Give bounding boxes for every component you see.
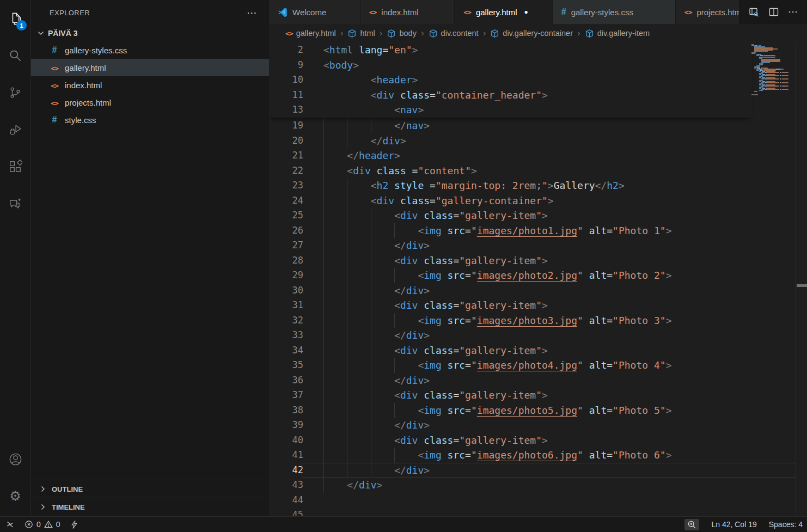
code-line[interactable]: 32 <img src="images/photo3.jpg" alt="Pho… <box>269 313 751 328</box>
line-number[interactable]: 28 <box>269 253 303 268</box>
more-actions-icon[interactable]: ⋯ <box>788 6 798 18</box>
code-line[interactable]: 34 <div class="gallery-item"> <box>269 343 751 358</box>
more-actions-icon[interactable]: ⋯ <box>247 7 258 19</box>
sticky-line[interactable]: 13 <nav> <box>269 102 751 118</box>
indentation-setting[interactable]: Spaces: 4 <box>769 520 803 529</box>
code-lines[interactable]: 19 </nav>20 </div>21 </header>22 <div cl… <box>269 118 751 516</box>
line-number[interactable]: 21 <box>269 148 303 163</box>
breadcrumb-item-body[interactable]: body <box>387 29 416 38</box>
code-line[interactable]: 43 </div> <box>269 478 751 493</box>
line-number[interactable]: 27 <box>269 238 303 253</box>
line-number[interactable]: 42 <box>269 463 303 478</box>
line-number[interactable]: 32 <box>269 313 303 328</box>
breadcrumb-item-div-gallery-container[interactable]: div.gallery-container <box>490 29 573 38</box>
line-number[interactable]: 13 <box>269 102 303 118</box>
code-line[interactable]: 42 </div> <box>269 463 751 478</box>
code-line[interactable]: 20 </div> <box>269 133 751 149</box>
code-line[interactable]: 29 <img src="images/photo2.jpg" alt="Pho… <box>269 268 751 283</box>
code-line[interactable]: 25 <div class="gallery-item"> <box>269 208 751 223</box>
line-number[interactable]: 22 <box>269 163 303 179</box>
line-number[interactable]: 34 <box>269 343 303 358</box>
file-item-projects-html[interactable]: <>projects.html <box>31 94 269 111</box>
run-debug-activity-item[interactable] <box>0 111 30 148</box>
code-line[interactable]: 31 <div class="gallery-item"> <box>269 298 751 313</box>
line-number[interactable]: 20 <box>269 133 303 149</box>
breadcrumb-item-gallery-html[interactable]: <>gallery.html <box>285 29 336 38</box>
line-number[interactable]: 37 <box>269 388 303 403</box>
line-number[interactable]: 10 <box>269 72 303 88</box>
minimap[interactable] <box>751 44 796 516</box>
tab-gallery-html[interactable]: <>gallery.html● <box>455 0 553 24</box>
tab-Welcome[interactable]: Welcome <box>269 0 360 24</box>
code-line[interactable]: 38 <img src="images/photo5.jpg" alt="Pho… <box>269 403 751 418</box>
folder-section-paiva-3[interactable]: PÄIVÄ 3 <box>31 25 269 41</box>
line-number[interactable]: 11 <box>269 88 303 103</box>
breadcrumb-item-div-gallery-item[interactable]: div.gallery-item <box>585 29 650 38</box>
extensions-activity-item[interactable] <box>0 148 30 185</box>
split-editor-icon[interactable] <box>768 7 779 17</box>
sticky-scroll[interactable]: 2<html lang="en">9<body>10 <header>11 <d… <box>269 42 751 118</box>
open-preview-icon[interactable] <box>748 7 760 17</box>
account-activity-item[interactable] <box>0 441 30 478</box>
settings-activity-item[interactable]: ⚙ <box>0 478 30 515</box>
code-line[interactable]: 36 </div> <box>269 373 751 388</box>
line-number[interactable]: 40 <box>269 433 303 448</box>
file-item-style-css[interactable]: #style.css <box>31 111 269 129</box>
code-line[interactable]: 39 </div> <box>269 418 751 433</box>
code-line[interactable]: 45 <box>269 507 751 516</box>
line-number[interactable]: 2 <box>269 42 303 58</box>
line-number[interactable]: 25 <box>269 208 303 223</box>
code-line[interactable]: 28 <div class="gallery-item"> <box>269 253 751 268</box>
cursor-position[interactable]: Ln 42, Col 19 <box>711 520 756 529</box>
line-number[interactable]: 29 <box>269 268 303 283</box>
line-number[interactable]: 19 <box>269 118 303 133</box>
line-number[interactable]: 9 <box>269 58 303 73</box>
line-number[interactable]: 33 <box>269 328 303 343</box>
power-indicator[interactable] <box>70 520 78 529</box>
panel-outline[interactable]: OUTLINE <box>31 480 269 498</box>
remote-indicator[interactable] <box>5 520 15 529</box>
code-line[interactable]: 40 <div class="gallery-item"> <box>269 433 751 448</box>
line-number[interactable]: 38 <box>269 403 303 418</box>
line-number[interactable]: 39 <box>269 418 303 433</box>
file-item-gallery-styles-css[interactable]: #gallery-styles.css <box>31 41 269 59</box>
breadcrumb-item-div-content[interactable]: div.content <box>429 29 479 38</box>
overview-ruler[interactable] <box>796 42 807 516</box>
code-line[interactable]: 30 </div> <box>269 283 751 298</box>
code-line[interactable]: 33 </div> <box>269 328 751 343</box>
tab-projects-html[interactable]: <>projects.html <box>676 0 739 24</box>
chat-activity-item[interactable] <box>0 185 30 222</box>
problems-indicator[interactable]: 0 0 <box>25 520 60 529</box>
search-activity-item[interactable] <box>0 37 30 74</box>
code-line[interactable]: 19 </nav> <box>269 118 751 133</box>
line-number[interactable]: 36 <box>269 373 303 388</box>
code-editor[interactable]: 2<html lang="en">9<body>10 <header>11 <d… <box>269 42 807 516</box>
sticky-line[interactable]: 9<body> <box>269 58 751 73</box>
code-line[interactable]: 26 <img src="images/photo1.jpg" alt="Pho… <box>269 223 751 239</box>
explorer-activity-item[interactable]: 1 <box>0 0 30 37</box>
sticky-line[interactable]: 2<html lang="en"> <box>269 42 751 58</box>
zoom-indicator[interactable] <box>684 519 699 530</box>
line-number[interactable]: 43 <box>269 478 303 493</box>
source-control-activity-item[interactable] <box>0 74 30 111</box>
code-line[interactable]: 23 <h2 style ="margin-top: 2rem;">Galler… <box>269 178 751 193</box>
code-line[interactable]: 35 <img src="images/photo4.jpg" alt="Pho… <box>269 358 751 373</box>
line-number[interactable]: 45 <box>269 507 303 516</box>
tab-gallery-styles-css[interactable]: #gallery-styles.css <box>553 0 676 24</box>
sticky-line[interactable]: 10 <header> <box>269 72 751 88</box>
code-line[interactable]: 44 <box>269 493 751 508</box>
line-number[interactable]: 31 <box>269 298 303 313</box>
line-number[interactable]: 30 <box>269 283 303 298</box>
line-number[interactable]: 26 <box>269 223 303 239</box>
code-line[interactable]: 41 <img src="images/photo6.jpg" alt="Pho… <box>269 448 751 463</box>
code-line[interactable]: 27 </div> <box>269 238 751 253</box>
line-number[interactable]: 24 <box>269 193 303 209</box>
panel-timeline[interactable]: TIMELINE <box>31 498 269 516</box>
code-line[interactable]: 22 <div class ="content"> <box>269 163 751 179</box>
line-number[interactable]: 35 <box>269 358 303 373</box>
file-item-index-html[interactable]: <>index.html <box>31 76 269 94</box>
code-line[interactable]: 37 <div class="gallery-item"> <box>269 388 751 403</box>
line-number[interactable]: 23 <box>269 178 303 193</box>
file-item-gallery-html[interactable]: <>gallery.html <box>31 59 269 76</box>
line-number[interactable]: 44 <box>269 493 303 508</box>
